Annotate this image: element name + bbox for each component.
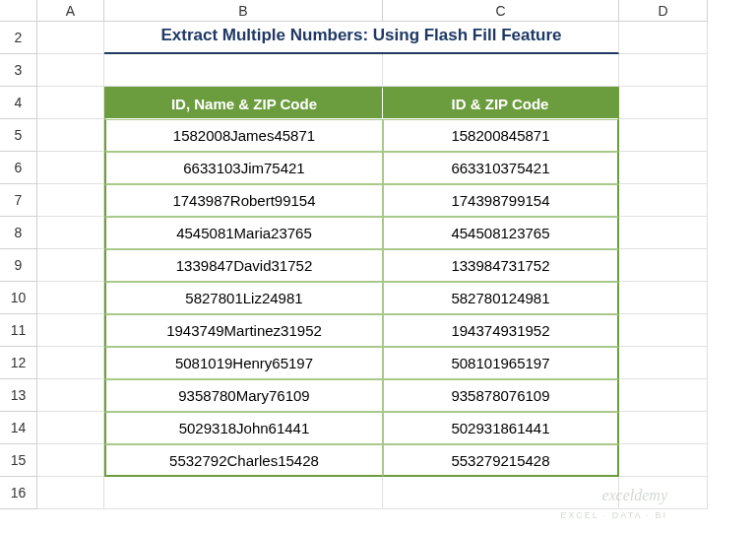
cell-b12[interactable]: 5081019Henry65197 [104, 347, 383, 379]
cell-b16[interactable] [104, 477, 383, 509]
cell-b3[interactable] [104, 54, 383, 87]
cell-a10[interactable] [37, 282, 104, 314]
cell-b14[interactable]: 5029318John61441 [104, 412, 383, 444]
cell-a5[interactable] [37, 119, 104, 152]
cell-d4[interactable] [619, 87, 708, 119]
table-header-c[interactable]: ID & ZIP Code [383, 87, 619, 119]
cell-a3[interactable] [37, 54, 104, 87]
cell-c11[interactable]: 194374931952 [383, 314, 619, 347]
row-header-7[interactable]: 7 [0, 184, 37, 217]
cell-a11[interactable] [37, 314, 104, 347]
row-header-10[interactable]: 10 [0, 282, 37, 314]
cell-d5[interactable] [619, 119, 708, 152]
cell-b11[interactable]: 1943749Martinez31952 [104, 314, 383, 347]
cell-a12[interactable] [37, 347, 104, 379]
row-header-15[interactable]: 15 [0, 444, 37, 477]
cell-b13[interactable]: 9358780Mary76109 [104, 379, 383, 412]
cell-c15[interactable]: 553279215428 [383, 444, 619, 477]
cell-c12[interactable]: 508101965197 [383, 347, 619, 379]
cell-a6[interactable] [37, 152, 104, 184]
row-header-8[interactable]: 8 [0, 217, 37, 249]
cell-a14[interactable] [37, 412, 104, 444]
col-header-a[interactable]: A [37, 0, 104, 22]
col-header-b[interactable]: B [104, 0, 383, 22]
cell-c14[interactable]: 502931861441 [383, 412, 619, 444]
corner-cell [0, 0, 37, 22]
cell-b10[interactable]: 5827801Liz24981 [104, 282, 383, 314]
cell-c10[interactable]: 582780124981 [383, 282, 619, 314]
cell-d8[interactable] [619, 217, 708, 249]
row-header-11[interactable]: 11 [0, 314, 37, 347]
title-cell[interactable]: Extract Multiple Numbers: Using Flash Fi… [104, 22, 619, 54]
cell-d11[interactable] [619, 314, 708, 347]
cell-d2[interactable] [619, 22, 708, 54]
cell-d13[interactable] [619, 379, 708, 412]
row-header-9[interactable]: 9 [0, 249, 37, 282]
cell-d15[interactable] [619, 444, 708, 477]
cell-b15[interactable]: 5532792Charles15428 [104, 444, 383, 477]
cell-c13[interactable]: 935878076109 [383, 379, 619, 412]
row-header-2[interactable]: 2 [0, 22, 37, 54]
row-header-12[interactable]: 12 [0, 347, 37, 379]
watermark-sub: EXCEL · DATA · BI [560, 510, 667, 520]
cell-b6[interactable]: 6633103Jim75421 [104, 152, 383, 184]
row-header-4[interactable]: 4 [0, 87, 37, 119]
watermark-main: exceldemy [601, 487, 667, 504]
col-header-d[interactable]: D [619, 0, 708, 22]
row-header-3[interactable]: 3 [0, 54, 37, 87]
row-header-13[interactable]: 13 [0, 379, 37, 412]
row-header-5[interactable]: 5 [0, 119, 37, 152]
cell-a13[interactable] [37, 379, 104, 412]
cell-c16[interactable] [383, 477, 619, 509]
cell-a8[interactable] [37, 217, 104, 249]
cell-b7[interactable]: 1743987Robert99154 [104, 184, 383, 217]
spreadsheet-grid: A B C D 2 Extract Multiple Numbers: Usin… [0, 0, 756, 509]
cell-d14[interactable] [619, 412, 708, 444]
cell-a2[interactable] [37, 22, 104, 54]
cell-a4[interactable] [37, 87, 104, 119]
row-header-6[interactable]: 6 [0, 152, 37, 184]
cell-c6[interactable]: 663310375421 [383, 152, 619, 184]
cell-d12[interactable] [619, 347, 708, 379]
row-header-14[interactable]: 14 [0, 412, 37, 444]
cell-c8[interactable]: 454508123765 [383, 217, 619, 249]
cell-d6[interactable] [619, 152, 708, 184]
cell-c7[interactable]: 174398799154 [383, 184, 619, 217]
cell-b9[interactable]: 1339847David31752 [104, 249, 383, 282]
cell-d7[interactable] [619, 184, 708, 217]
table-header-b[interactable]: ID, Name & ZIP Code [104, 87, 383, 119]
cell-d10[interactable] [619, 282, 708, 314]
cell-c3[interactable] [383, 54, 619, 87]
cell-d3[interactable] [619, 54, 708, 87]
row-header-16[interactable]: 16 [0, 477, 37, 509]
cell-b8[interactable]: 4545081Maria23765 [104, 217, 383, 249]
cell-c5[interactable]: 158200845871 [383, 119, 619, 152]
cell-b5[interactable]: 1582008James45871 [104, 119, 383, 152]
cell-d9[interactable] [619, 249, 708, 282]
cell-a15[interactable] [37, 444, 104, 477]
col-header-c[interactable]: C [383, 0, 619, 22]
cell-a16[interactable] [37, 477, 104, 509]
cell-a9[interactable] [37, 249, 104, 282]
cell-a7[interactable] [37, 184, 104, 217]
cell-c9[interactable]: 133984731752 [383, 249, 619, 282]
